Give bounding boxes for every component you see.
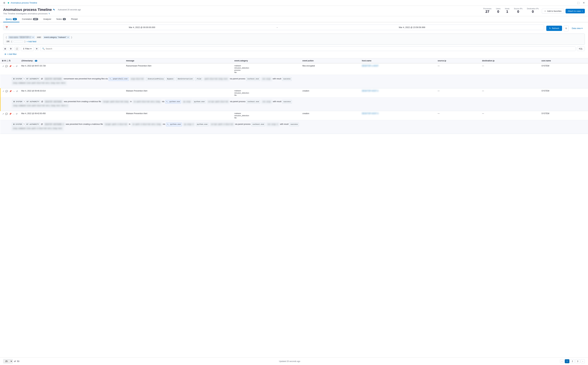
table-container: ⊞ ⚙ ⬚ ⇅ @timestamp ↓ 1 message	[0, 58, 588, 357]
chevron-down-icon: ▾	[30, 48, 32, 50]
remove-hostname-filter[interactable]: ✕	[32, 36, 34, 38]
host-name-link[interactable]: DESKTOP-HOST-2	[362, 90, 378, 92]
expand-row-button[interactable]: ↗	[2, 65, 4, 68]
filter-box: ( host.name: "DESKTOP-1" ✕ AND event.cat…	[3, 34, 585, 45]
filter-dropdown-button[interactable]: ⊻ Filter ▾	[21, 46, 34, 51]
status-dot	[8, 2, 9, 4]
sort-icon[interactable]: ⇅	[9, 60, 11, 62]
filter-chip-hostname[interactable]: host.name: "DESKTOP-1" ✕	[8, 36, 35, 39]
col-header-host-name[interactable]: host.name	[360, 58, 436, 63]
filter-chip-category[interactable]: event.category: "malware" ✕	[43, 36, 70, 39]
tab-analyzer[interactable]: Analyzer	[41, 16, 54, 22]
footer: 25 50 100 of 53 Updated 20 seconds ago ‹…	[0, 357, 588, 365]
attach-to-case-button[interactable]: Attach to case ▾	[566, 9, 585, 13]
stat-source-ips: Source IPs 0	[514, 8, 522, 14]
chevron-down-icon: ▾	[582, 10, 583, 12]
search-icon: 🔍	[42, 48, 45, 50]
pin-row-button[interactable]: 📌	[9, 112, 12, 115]
add-note-button[interactable]: 💬	[5, 90, 8, 93]
copy-icon: ⧉	[565, 27, 567, 29]
message-cell: Malware Prevention Alert	[124, 111, 233, 120]
calendar-icon[interactable]: 📅	[4, 25, 9, 29]
remove-category-filter[interactable]: ✕	[67, 36, 69, 38]
search-input[interactable]	[46, 48, 574, 50]
host-name-link[interactable]: DESKTOP-HOST-3	[362, 112, 378, 115]
col-header-user-name[interactable]: user.name	[540, 58, 588, 63]
start-date-input[interactable]: Mar 4, 2022 @ 00:00:00.000	[10, 25, 274, 30]
header-buttons: ☆ Add to favorites Attach to case ▾	[542, 9, 585, 14]
settings-icon[interactable]: ⚙	[9, 47, 13, 51]
date-range-wrapper: 📅 Mar 4, 2022 @ 00:00:00.000 → Mar 4, 20…	[3, 25, 585, 32]
more-actions-button[interactable]: ···	[13, 112, 15, 115]
tab-pinned[interactable]: Pinned	[68, 16, 80, 22]
page-size-select[interactable]: 25 50 100	[3, 359, 13, 363]
more-actions-button[interactable]: ···	[13, 65, 15, 68]
field-icon[interactable]: ⊞	[35, 47, 39, 50]
dest-ip-cell: —	[480, 63, 540, 75]
col-header-timestamp[interactable]: @timestamp ↓ 1	[20, 58, 124, 63]
more-actions-button[interactable]: ···	[13, 90, 15, 93]
page-2-button[interactable]: 2	[570, 359, 575, 363]
updated-label: Updated 20 seconds ago	[279, 360, 300, 362]
page-1-button[interactable]: 1	[565, 359, 569, 363]
next-page-button[interactable]: ›	[581, 359, 585, 363]
expand-row-button[interactable]: ↗	[2, 112, 4, 115]
prev-page-button[interactable]: ‹	[560, 359, 564, 363]
kql-button[interactable]: KQL	[577, 47, 585, 51]
copy-link-button[interactable]: ⧉	[564, 26, 568, 31]
grid-icon[interactable]: ⊞	[2, 60, 4, 62]
export-icon[interactable]: ⬚	[7, 60, 8, 62]
col-header-source-ip[interactable]: source.ip	[436, 58, 480, 63]
col-header-event-category[interactable]: event.category	[233, 58, 301, 63]
pin-row-button[interactable]: 📌	[9, 90, 12, 93]
star-icon: ☆	[544, 10, 546, 12]
table-row: ↗ 💬 📌 ··· ↺ Mar 4, 2022 @ 09:46:33.614 M…	[0, 88, 588, 98]
plus-circle-icon: ⊕	[4, 53, 6, 55]
end-date-input[interactable]: Mar 4, 2022 @ 23:59:59.999	[280, 25, 544, 30]
investigate-button[interactable]: ↺	[15, 112, 18, 115]
subtitle: This Timeline investigates anomalous pro…	[3, 13, 81, 15]
data-view-button[interactable]: Data view ▾	[569, 26, 585, 31]
close-icon[interactable]: ✕	[582, 1, 586, 5]
expand-row-button[interactable]: ↗	[2, 90, 4, 93]
host-name-link[interactable]: DESKTOP-1-HOST	[362, 65, 378, 67]
tab-query[interactable]: Query 53	[3, 16, 20, 22]
add-note-button[interactable]: 💬	[5, 112, 8, 115]
stat-users: Users 0	[496, 8, 501, 14]
row-actions: ↗ 💬 📌 ··· ↺	[2, 90, 18, 93]
event-category-cell: malware intrusion_detection process file	[233, 63, 301, 75]
investigate-button[interactable]: ↺	[16, 90, 18, 93]
event-action-cell: creation	[301, 88, 360, 98]
col-header-dest-ip[interactable]: destination.ip	[480, 58, 540, 63]
add-filter-label: + Add filter	[7, 53, 17, 55]
investigate-button[interactable]: ↺	[15, 65, 18, 68]
add-note-button[interactable]: 💬	[5, 65, 8, 68]
refresh-button[interactable]: ↻ Refresh	[546, 26, 562, 31]
col-header-message[interactable]: message	[124, 58, 233, 63]
add-field-button[interactable]: + Add field	[27, 40, 36, 43]
header-top: Anomalous process Timeline ✎ Autosaved 2…	[3, 8, 585, 15]
tab-correlation[interactable]: Correlation 297	[20, 16, 41, 22]
page-3-button[interactable]: 3	[575, 359, 580, 363]
columns-icon[interactable]: ⊞	[3, 47, 7, 51]
settings-icon[interactable]: ⚙	[4, 60, 6, 62]
add-filter-button[interactable]: ⊕ + Add filter	[3, 52, 585, 56]
add-to-favorites-button[interactable]: ☆ Add to favorites	[542, 9, 564, 14]
export-icon[interactable]: ⬜	[14, 47, 19, 51]
main-title-row: Anomalous process Timeline ✎ Autosaved 2…	[3, 8, 81, 12]
event-action-cell: creation	[301, 111, 360, 120]
host-name-cell: DESKTOP-HOST-3	[360, 111, 436, 120]
expand-row: 🖥 SYSTEM \ NT AUTHORITY @ DESKTOP-HOSTNA…	[0, 120, 588, 134]
add-icon[interactable]: ⊕	[2, 1, 6, 5]
query-area: 📅 Mar 4, 2022 @ 00:00:00.000 → Mar 4, 20…	[0, 22, 588, 58]
footer-left: 25 50 100 of 53	[3, 359, 19, 363]
pin-row-button[interactable]: 📌	[9, 65, 12, 68]
col-header-event-action[interactable]: event.action	[301, 58, 360, 63]
settings-icon[interactable]: ⬚	[576, 1, 581, 5]
title-edit-icon[interactable]: ✎	[53, 8, 55, 11]
tab-notes[interactable]: Notes 1	[54, 16, 68, 22]
top-bar-actions: ⬚ ✕	[576, 1, 586, 5]
table-row: ↗ 💬 📌 ··· ↺ Mar 4, 2022 @ 09:42:00.450 M…	[0, 111, 588, 120]
subtitle-edit-icon[interactable]: ✎	[48, 13, 50, 15]
timestamp-cell: Mar 4, 2022 @ 09:57:25.728	[20, 63, 124, 75]
